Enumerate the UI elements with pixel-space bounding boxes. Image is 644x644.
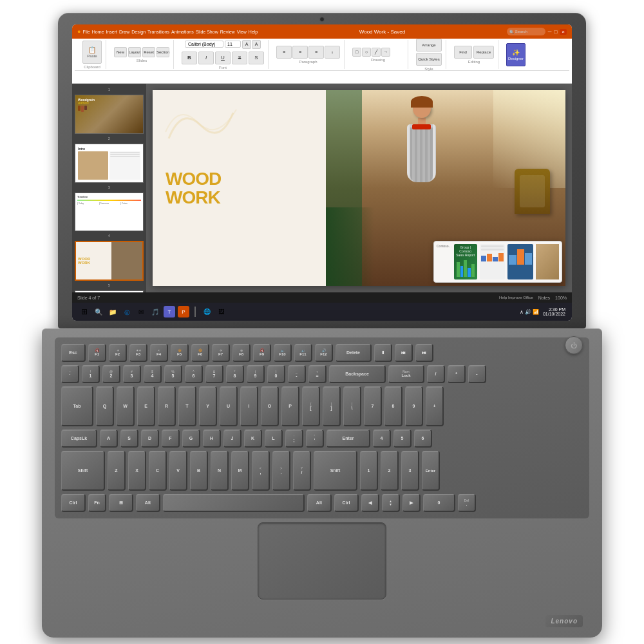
key-k[interactable]: K — [244, 430, 262, 448]
touchpad[interactable] — [258, 522, 386, 600]
key-num-8[interactable]: 8 — [384, 386, 402, 426]
key-delete[interactable]: Delete — [336, 344, 372, 362]
key-slash[interactable]: ?/ — [293, 451, 311, 491]
bold-button[interactable]: B — [182, 52, 197, 64]
new-slide-button[interactable]: New — [114, 47, 127, 57]
font-family-select[interactable]: Calibri (Body) — [185, 41, 223, 48]
key-f12[interactable]: 🔊F12 — [315, 344, 333, 362]
slide-thumb-5[interactable]: Charts — [75, 290, 144, 292]
key-num-decimal[interactable]: Del. — [458, 494, 476, 512]
key-a[interactable]: A — [100, 430, 118, 448]
key-num-3[interactable]: 3 — [401, 451, 419, 491]
key-q[interactable]: Q — [96, 386, 114, 426]
key-f9[interactable]: 🔇F9 — [253, 344, 271, 362]
slide-panel[interactable]: 1 Woodgrain Jack Runner — [72, 84, 146, 292]
align-right-button[interactable]: ≡ — [308, 46, 324, 59]
help-tab[interactable]: Help — [249, 30, 258, 34]
file-explorer-button[interactable]: 📁 — [107, 306, 118, 317]
key-num-slash[interactable]: / — [427, 365, 445, 383]
key-num-2[interactable]: 2 — [381, 451, 399, 491]
key-alt-left[interactable]: Alt — [136, 494, 160, 512]
italic-button[interactable]: I — [198, 52, 214, 64]
key-f[interactable]: F — [162, 430, 180, 448]
key-equals[interactable]: += — [308, 365, 327, 383]
key-ctrl-right[interactable]: Ctrl — [334, 494, 359, 512]
key-6[interactable]: ^6 — [185, 365, 203, 383]
key-shift-left[interactable]: Shift — [61, 451, 105, 491]
key-next[interactable]: ⏭ — [415, 344, 433, 362]
slide-main-area[interactable]: WOOD WORK — [146, 84, 572, 292]
insert-tab[interactable]: Insert — [106, 30, 117, 34]
arrange-button[interactable]: Arrange — [416, 39, 442, 52]
key-1[interactable]: !1 — [82, 365, 100, 383]
key-esc[interactable]: Esc — [61, 344, 86, 362]
power-fingerprint-button[interactable]: ⏻ — [565, 336, 583, 354]
oval-shape-button[interactable]: ○ — [362, 48, 371, 57]
key-arrow-right[interactable]: ▶ — [402, 494, 421, 512]
rect-shape-button[interactable]: □ — [352, 48, 361, 57]
key-ctrl-left[interactable]: Ctrl — [61, 494, 86, 512]
key-5[interactable]: %5 — [164, 365, 182, 383]
edge-browser-button[interactable]: ◎ — [121, 306, 133, 317]
key-x[interactable]: X — [128, 451, 146, 491]
key-windows[interactable]: ⊞ — [109, 494, 133, 512]
key-p[interactable]: P — [281, 386, 299, 426]
key-3[interactable]: #3 — [123, 365, 141, 383]
key-o[interactable]: O — [261, 386, 279, 426]
key-f3[interactable]: ☀☀F3 — [129, 344, 147, 362]
key-f4[interactable]: ×F4 — [150, 344, 168, 362]
system-clock[interactable]: 2:30 PM 01/10/2022 — [543, 307, 565, 316]
key-num-0[interactable]: 0 — [423, 494, 455, 512]
key-open-bracket[interactable]: {[ — [302, 386, 320, 426]
key-prev[interactable]: ⏮ — [395, 344, 413, 362]
key-l[interactable]: L — [265, 430, 283, 448]
key-f6[interactable]: 🔆F6 — [191, 344, 209, 362]
key-backslash[interactable]: |\ — [343, 386, 361, 426]
strikethrough-button[interactable]: S — [232, 52, 247, 64]
key-v[interactable]: V — [169, 451, 187, 491]
key-numlock[interactable]: NumLock — [388, 365, 424, 383]
key-7[interactable]: &7 — [205, 365, 223, 383]
key-z[interactable]: Z — [108, 451, 126, 491]
replace-button[interactable]: Replace — [473, 46, 494, 59]
media-button[interactable]: 🎵 — [149, 306, 161, 317]
photos-button[interactable]: 🖼 — [215, 306, 227, 317]
key-c[interactable]: C — [149, 451, 167, 491]
key-i[interactable]: I — [240, 386, 258, 426]
key-8[interactable]: *8 — [226, 365, 244, 383]
home-tab[interactable]: Home — [92, 30, 104, 34]
font-size-select[interactable]: 11 — [225, 41, 241, 48]
key-y[interactable]: Y — [199, 386, 217, 426]
windows-start-button[interactable]: ⊞ — [79, 306, 90, 317]
draw-tab[interactable]: Draw — [119, 30, 129, 34]
teams-button[interactable]: T — [164, 306, 175, 317]
key-arrow-up-down[interactable]: ▲ ▼ — [382, 494, 400, 512]
align-left-button[interactable]: ≡ — [276, 46, 292, 59]
key-n[interactable]: N — [211, 451, 229, 491]
key-w[interactable]: W — [117, 386, 135, 426]
view-tab[interactable]: View — [237, 30, 247, 34]
key-minus[interactable]: _- — [288, 365, 306, 383]
shadow-button[interactable]: S — [249, 52, 264, 64]
window-controls[interactable]: ─ □ × — [548, 29, 567, 35]
line-shape-button[interactable]: ╱ — [372, 48, 381, 57]
slide-canvas[interactable]: WOOD WORK — [153, 90, 565, 286]
key-num-plus[interactable]: + — [426, 386, 444, 426]
key-j[interactable]: J — [223, 430, 242, 448]
find-button[interactable]: Find — [454, 46, 472, 59]
slide-thumb-3[interactable]: Timeline Today Tomorrow Future — [75, 193, 144, 232]
key-9[interactable]: (9 — [247, 365, 265, 383]
key-4[interactable]: $4 — [144, 365, 162, 383]
quick-styles-button[interactable]: Quick Styles — [416, 53, 442, 66]
notes-button[interactable]: Notes — [538, 296, 550, 300]
key-0[interactable]: )0 — [267, 365, 285, 383]
search-taskbar-button[interactable]: 🔍 — [93, 306, 104, 317]
key-f8[interactable]: ⊕F8 — [232, 344, 251, 362]
key-2[interactable]: @2 — [102, 365, 120, 383]
key-num-enter[interactable]: Enter — [422, 451, 440, 491]
key-backtick[interactable]: ~` — [61, 365, 79, 383]
increase-font-button[interactable]: A — [242, 40, 251, 49]
key-f2[interactable]: ☀F2 — [109, 344, 127, 362]
decrease-font-button[interactable]: A — [252, 40, 261, 49]
key-h[interactable]: H — [203, 430, 221, 448]
